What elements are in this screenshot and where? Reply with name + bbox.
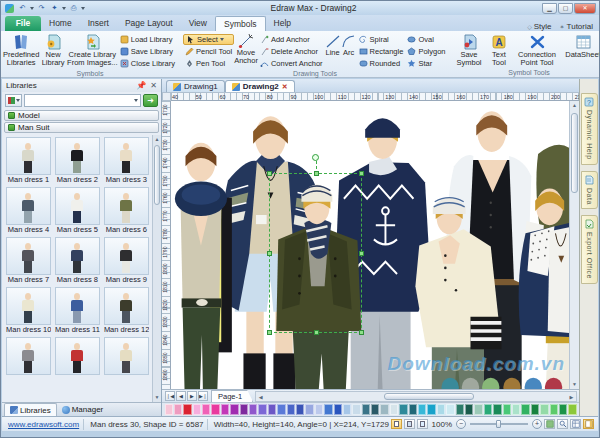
presentation-view-button[interactable] <box>417 419 428 429</box>
select-tool-button[interactable]: Select <box>183 34 234 45</box>
palette-color[interactable] <box>503 404 511 415</box>
maximize-button[interactable]: ▢ <box>558 3 573 14</box>
library-symbol[interactable]: Man dress 4 <box>4 185 53 235</box>
resize-handle-n[interactable] <box>314 171 319 176</box>
new-library-button[interactable]: New Library <box>39 32 66 67</box>
doc-tab-drawing2[interactable]: Drawing2 ✕ <box>225 80 295 92</box>
print-preview-button[interactable]: ⎙ <box>68 3 79 13</box>
tab-view[interactable]: View <box>181 16 215 31</box>
zoom-out-button[interactable]: − <box>456 419 466 429</box>
library-scrollbar[interactable]: ▲ ▼ <box>152 135 161 402</box>
library-symbol[interactable]: Man dress 1 <box>4 135 53 185</box>
palette-color[interactable] <box>559 404 567 415</box>
library-symbol[interactable] <box>102 335 151 385</box>
palette-color[interactable] <box>249 404 257 415</box>
palette-color[interactable] <box>456 404 464 415</box>
tab-page-layout[interactable]: Page Layout <box>117 16 181 31</box>
canvas-artwork[interactable] <box>171 101 569 389</box>
library-symbol[interactable]: Man dress 11 <box>53 285 102 335</box>
canvas-horizontal-scrollbar[interactable]: ◀ ▶ <box>255 391 577 402</box>
side-tab-export-office[interactable]: Export Office <box>581 215 598 284</box>
palette-color[interactable] <box>352 404 360 415</box>
palette-color[interactable] <box>437 404 445 415</box>
palette-color[interactable] <box>493 404 501 415</box>
library-symbol[interactable]: Man dress 5 <box>53 185 102 235</box>
doc-tab-drawing1[interactable]: Drawing1 <box>166 80 225 92</box>
pen-tool-button[interactable]: Pen Tool <box>183 58 234 69</box>
palette-color[interactable] <box>240 404 248 415</box>
resize-handle-s[interactable] <box>314 330 319 335</box>
pan-zoom-button[interactable] <box>557 419 568 429</box>
star-tool-button[interactable]: Star <box>405 58 447 69</box>
tab-home[interactable]: Home <box>41 16 80 31</box>
library-symbol[interactable]: Man dress 9 <box>102 235 151 285</box>
library-symbol[interactable]: Man dress 10 <box>4 285 53 335</box>
palette-color[interactable] <box>427 404 435 415</box>
move-anchor-button[interactable]: Move Anchor <box>234 32 258 65</box>
palette-color[interactable] <box>334 404 342 415</box>
load-library-button[interactable]: Load Library <box>118 34 177 45</box>
page-view-button[interactable] <box>404 419 415 429</box>
palette-color[interactable] <box>531 404 539 415</box>
tab-symbols[interactable]: Symbols <box>215 16 266 31</box>
palette-color[interactable] <box>540 404 548 415</box>
palette-color[interactable] <box>183 404 191 415</box>
close-library-button[interactable]: Close Library <box>118 58 177 69</box>
palette-color[interactable] <box>315 404 323 415</box>
canvas-vertical-scrollbar[interactable]: ▲ ▼ <box>569 101 579 389</box>
fit-page-button[interactable] <box>544 419 555 429</box>
pin-icon[interactable]: 📌 <box>136 81 146 90</box>
tab-file[interactable]: File <box>5 16 41 31</box>
palette-color[interactable] <box>446 404 454 415</box>
rounded-tool-button[interactable]: Rounded <box>357 58 406 69</box>
palette-color[interactable] <box>202 404 210 415</box>
style-button[interactable]: ◇Style <box>527 22 551 31</box>
oval-tool-button[interactable]: Oval <box>405 34 447 45</box>
panel-tab-manager[interactable]: Manager <box>57 403 109 416</box>
palette-color[interactable] <box>380 404 388 415</box>
add-anchor-button[interactable]: Add Anchor <box>258 34 325 45</box>
rectangle-tool-button[interactable]: Rectangle <box>357 46 406 57</box>
library-symbol[interactable] <box>4 335 53 385</box>
tools-button[interactable]: ✦ <box>49 3 60 13</box>
palette-color[interactable] <box>193 404 201 415</box>
palette-color[interactable] <box>305 404 313 415</box>
redo-button[interactable]: ↷ <box>36 3 47 13</box>
undo-dropdown-icon[interactable] <box>30 7 34 10</box>
resize-handle-e[interactable] <box>359 251 364 256</box>
datasheet-toggle-button[interactable] <box>570 419 581 429</box>
palette-color[interactable] <box>174 404 182 415</box>
palette-color[interactable] <box>362 404 370 415</box>
normal-view-button[interactable] <box>391 419 402 429</box>
palette-color[interactable] <box>550 404 558 415</box>
polygon-tool-button[interactable]: Polygon <box>405 46 447 57</box>
website-link[interactable]: www.edrawsoft.com <box>2 419 84 430</box>
palette-color[interactable] <box>258 404 266 415</box>
create-library-button[interactable]: Create Library From Images... <box>67 32 118 67</box>
first-page-button[interactable]: ❘◀ <box>165 391 175 401</box>
convert-anchor-button[interactable]: Convert Anchor <box>258 58 325 69</box>
library-symbol[interactable]: Man dress 3 <box>102 135 151 185</box>
palette-color[interactable] <box>484 404 492 415</box>
palette-color[interactable] <box>296 404 304 415</box>
palette-color[interactable] <box>390 404 398 415</box>
arc-tool-button[interactable]: Arc <box>341 32 357 57</box>
palette-color[interactable] <box>399 404 407 415</box>
library-symbol[interactable]: Man dress 6 <box>102 185 151 235</box>
zoom-slider-thumb[interactable] <box>496 420 501 428</box>
palette-color[interactable] <box>268 404 276 415</box>
delete-anchor-button[interactable]: Delete Anchor <box>258 46 325 57</box>
spiral-tool-button[interactable]: Spiral <box>357 34 406 45</box>
palette-color[interactable] <box>277 404 285 415</box>
palette-color[interactable] <box>230 404 238 415</box>
text-tool-button[interactable]: A Text Tool <box>485 32 513 67</box>
connection-point-tool-button[interactable]: Connection Point Tool <box>513 32 561 67</box>
palette-color[interactable] <box>343 404 351 415</box>
palette-color[interactable] <box>221 404 229 415</box>
tutorial-button[interactable]: ✶Tutorial <box>560 22 593 31</box>
save-library-button[interactable]: Save Library <box>118 46 177 57</box>
drawing-canvas[interactable]: Download.com.vn <box>171 101 569 389</box>
page-tab[interactable]: Page-1 <box>211 390 253 402</box>
line-tool-button[interactable]: Line <box>325 32 341 57</box>
library-search-input[interactable] <box>24 94 141 107</box>
